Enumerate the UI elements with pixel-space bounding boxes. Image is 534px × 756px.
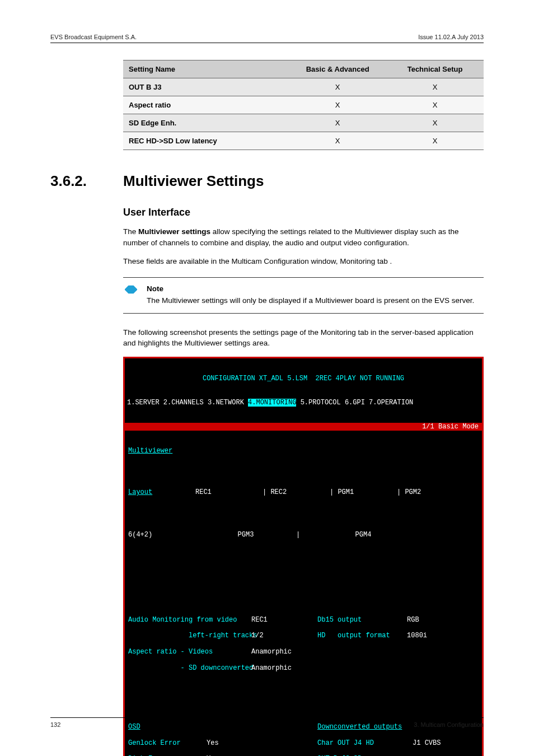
terminal-mode-banner: 1/1 Basic Mode	[125, 423, 482, 431]
running-header: EVS Broadcast Equipment S.A. Issue 11.02…	[50, 34, 484, 43]
table-header-row: Setting Name Basic & Advanced Technical …	[123, 60, 484, 78]
layout-cell: | REC2	[263, 488, 330, 496]
pair: left-right tracks1/2	[128, 632, 317, 640]
subheading-user-interface: User Interface	[123, 207, 484, 218]
table-row: REC HD->SD Low latency X X	[123, 132, 484, 150]
key: Aspect ratio - Videos	[128, 648, 251, 656]
key: Char OUT J4 HD	[317, 739, 413, 747]
layout-cell: PGM4	[330, 531, 397, 539]
value: Yes	[207, 739, 219, 747]
layout-cell: | PGM1	[330, 488, 397, 496]
layout-label: Layout	[128, 488, 195, 496]
key: Audio Monitoring from video	[128, 616, 251, 624]
terminal-left-col: Audio Monitoring from videoREC1 left-rig…	[128, 608, 317, 688]
note-icon	[123, 283, 139, 306]
pair: - SD downconvertedAnamorphic	[128, 664, 317, 672]
layout-cell: REC1	[195, 488, 263, 496]
section-title: Multiviewer Settings	[123, 172, 264, 190]
value: Anamorphic	[251, 664, 292, 672]
cell-setting-name: SD Edge Enh.	[123, 114, 289, 132]
terminal-screenshot: CONFIGURATION XT_ADL 5.LSM 2REC 4PLAY NO…	[123, 357, 484, 756]
layout-cell: PGM3	[195, 531, 296, 539]
section-heading-row: 3.6.2. Multiviewer Settings	[50, 172, 484, 190]
tag-icon	[125, 283, 137, 296]
settings-table: Setting Name Basic & Advanced Technical …	[123, 60, 484, 150]
terminal-multiviewer-head: Multiviewer	[125, 447, 482, 455]
col-basic-advanced: Basic & Advanced	[289, 60, 386, 78]
page: EVS Broadcast Equipment S.A. Issue 11.02…	[0, 0, 534, 756]
value: REC1	[251, 616, 268, 624]
cell-tech: X	[386, 96, 484, 114]
pair: Audio Monitoring from videoREC1	[128, 616, 317, 624]
cell-tech: X	[386, 114, 484, 132]
tabs-before: 1.SERVER 2.CHANNELS 3.NETWORK	[127, 399, 248, 407]
value: J1 CVBS	[413, 739, 441, 747]
paragraph: The Multiviewer settings allow specifyin…	[123, 226, 484, 248]
header-left: EVS Broadcast Equipment S.A.	[50, 34, 137, 40]
pair: Genlock ErrorYes	[128, 739, 317, 747]
value: Anamorphic	[251, 648, 292, 656]
value: 1/2	[251, 632, 264, 640]
page-number: 132	[50, 721, 60, 728]
table-row: SD Edge Enh. X X	[123, 114, 484, 132]
paragraph: These fields are available in the Multic…	[123, 256, 484, 267]
table-row: Aspect ratio X X	[123, 96, 484, 114]
cell-setting-name: Aspect ratio	[123, 96, 289, 114]
content-area: Setting Name Basic & Advanced Technical …	[123, 60, 484, 150]
col-technical-setup: Technical Setup	[386, 60, 484, 78]
key: left-right tracks	[128, 632, 251, 640]
cell-basic: X	[289, 132, 386, 150]
note-text: The Multiviewer settings will only be di…	[147, 296, 474, 305]
note-box: Note The Multiviewer settings will only …	[123, 277, 484, 314]
section-body: User Interface The Multiviewer settings …	[123, 207, 484, 756]
terminal-layout-header: LayoutREC1| REC2| PGM1| PGM2	[125, 479, 482, 506]
paragraph: The following screenshot presents the se…	[123, 327, 484, 349]
key: Db15 output	[317, 616, 407, 624]
cell-basic: X	[289, 96, 386, 114]
layout-cell: |	[296, 531, 330, 539]
cell-setting-name: REC HD->SD Low latency	[123, 132, 289, 150]
tab-monitoring-selected: 4.MONITORING	[248, 399, 296, 407]
pair: Aspect ratio - VideosAnamorphic	[128, 648, 317, 656]
terminal-tabs: 1.SERVER 2.CHANNELS 3.NETWORK 4.MONITORI…	[125, 399, 482, 407]
cell-setting-name: OUT B J3	[123, 78, 289, 96]
pair: Db15 outputRGB	[317, 616, 479, 624]
col-setting-name: Setting Name	[123, 60, 289, 78]
page-footer: 132 3. Multicam Configuration	[50, 717, 484, 728]
footer-chapter: 3. Multicam Configuration	[414, 721, 484, 728]
value: 1080i	[407, 632, 427, 640]
terminal-settings-block: Audio Monitoring from videoREC1 left-rig…	[125, 606, 482, 689]
cell-basic: X	[289, 78, 386, 96]
text: The	[123, 227, 138, 236]
terminal-right-col: Db15 outputRGB HD output format1080i	[317, 608, 479, 688]
key: Genlock Error	[128, 739, 207, 747]
tabs-after: 5.PROTOCOL 6.GPI 7.OPERATION	[296, 399, 413, 407]
terminal-title: CONFIGURATION XT_ADL 5.LSM 2REC 4PLAY NO…	[125, 375, 482, 382]
note-body: Note The Multiviewer settings will only …	[147, 283, 474, 306]
emphasis-multiviewer-settings: Multiviewer settings	[138, 227, 210, 236]
cell-tech: X	[386, 78, 484, 96]
layout-cell: | PGM2	[397, 488, 464, 496]
spacer	[125, 572, 482, 582]
note-title: Note	[147, 283, 474, 295]
pair: HD output format1080i	[317, 632, 479, 640]
terminal-layout-row: 6(4+2)PGM3|PGM4	[125, 522, 482, 548]
header-right: Issue 11.02.A July 2013	[418, 34, 484, 40]
cell-basic: X	[289, 114, 386, 132]
cell-tech: X	[386, 132, 484, 150]
section-number: 3.6.2.	[50, 172, 123, 190]
key: HD output format	[317, 632, 407, 640]
pair: Char OUT J4 HDJ1 CVBS	[317, 739, 479, 747]
key: - SD downconverted	[128, 664, 251, 672]
layout-value: 6(4+2)	[128, 531, 195, 539]
table-row: OUT B J3 X X	[123, 78, 484, 96]
value: RGB	[407, 616, 419, 624]
